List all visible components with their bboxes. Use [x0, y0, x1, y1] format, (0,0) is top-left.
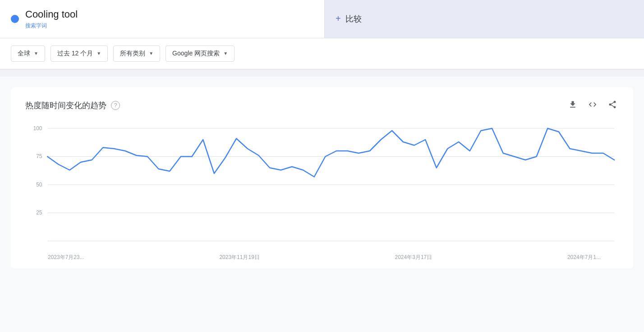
period-filter[interactable]: 过去 12 个月 ▼ [51, 45, 108, 62]
category-filter[interactable]: 所有类别 ▼ [113, 45, 160, 62]
x-label-1: 2023年11月19日 [219, 254, 259, 261]
source-filter-arrow: ▼ [223, 51, 228, 56]
svg-text:100: 100 [33, 125, 42, 131]
embed-button[interactable] [586, 98, 599, 113]
chart-x-labels: 2023年7月23... 2023年11月19日 2024年3月17日 2024… [25, 254, 619, 261]
help-icon[interactable]: ? [111, 101, 120, 110]
help-icon-text: ? [114, 102, 117, 109]
search-term-box: Cooling tool 搜索字词 [0, 0, 325, 38]
period-filter-arrow: ▼ [97, 51, 101, 56]
chart-header: 热度随时间变化的趋势 ? [25, 98, 619, 113]
section-divider [0, 69, 644, 77]
region-filter-arrow: ▼ [34, 51, 38, 56]
svg-text:75: 75 [36, 153, 42, 159]
chart-title-group: 热度随时间变化的趋势 ? [25, 100, 120, 111]
top-bar: Cooling tool 搜索字词 + 比较 [0, 0, 644, 38]
svg-text:25: 25 [36, 209, 42, 215]
region-filter[interactable]: 全球 ▼ [11, 45, 45, 62]
chart-actions [566, 98, 619, 113]
trend-chart-svg: 100 75 50 25 [25, 124, 619, 250]
compare-box[interactable]: + 比较 [325, 0, 644, 38]
source-filter-label: Google 网页搜索 [172, 50, 220, 58]
search-term-dot [11, 15, 19, 23]
source-filter[interactable]: Google 网页搜索 ▼ [166, 45, 235, 62]
search-term-label: 搜索字词 [25, 22, 78, 30]
chart-title: 热度随时间变化的趋势 [25, 100, 106, 111]
svg-text:50: 50 [36, 181, 42, 187]
compare-plus-icon: + [336, 14, 341, 24]
search-term-name: Cooling tool [25, 8, 78, 21]
download-button[interactable] [566, 98, 579, 113]
trend-chart-wrapper: 100 75 50 25 [25, 124, 619, 250]
x-label-3: 2024年7月1... [567, 254, 601, 261]
search-term-text: Cooling tool 搜索字词 [25, 8, 78, 30]
category-filter-arrow: ▼ [149, 51, 153, 56]
category-filter-label: 所有类别 [120, 50, 145, 58]
chart-section: 热度随时间变化的趋势 ? 100 75 [11, 87, 633, 268]
x-label-2: 2024年3月17日 [395, 254, 432, 261]
filters-bar: 全球 ▼ 过去 12 个月 ▼ 所有类别 ▼ Google 网页搜索 ▼ [0, 38, 644, 69]
x-label-0: 2023年7月23... [48, 254, 84, 261]
share-button[interactable] [606, 98, 619, 113]
compare-label: 比较 [345, 14, 362, 24]
period-filter-label: 过去 12 个月 [57, 50, 93, 58]
region-filter-label: 全球 [18, 50, 30, 58]
